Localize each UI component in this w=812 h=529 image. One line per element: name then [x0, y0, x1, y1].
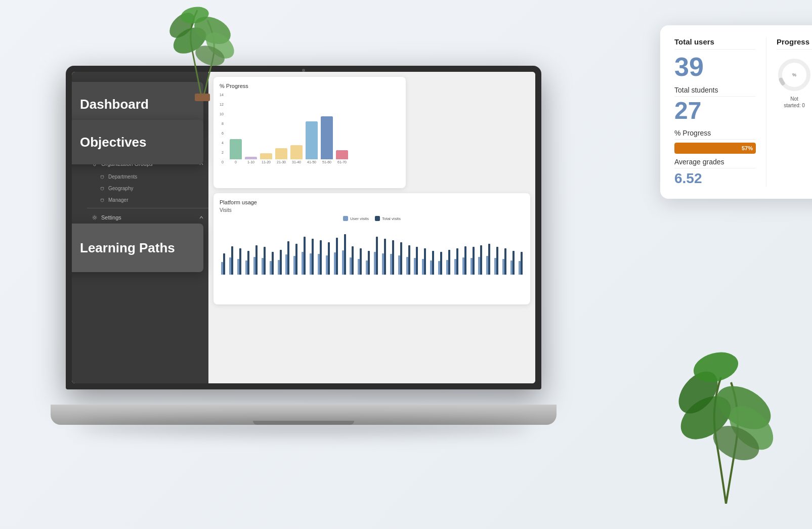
bar-x-label: 11-20	[262, 160, 271, 164]
visit-bar-total	[255, 245, 258, 275]
settings-icon	[92, 215, 97, 220]
progress-title: Progress	[777, 37, 812, 50]
svg-point-34	[101, 187, 104, 190]
progress-bar-fill: 57%	[674, 143, 756, 154]
bar-x-label: 21-30	[277, 160, 286, 164]
visit-bar-group	[316, 234, 324, 275]
chart-legend: User visits Total visits	[220, 216, 524, 221]
bar	[321, 116, 333, 159]
visit-bar-total	[336, 238, 338, 275]
visit-bar-group	[324, 234, 331, 275]
visit-bar-total	[223, 253, 225, 275]
total-students-title: Total students	[674, 86, 756, 97]
visit-bar-pair	[326, 234, 330, 275]
visit-bar-pair	[237, 234, 241, 275]
bar-x-label: 1-10	[247, 160, 254, 164]
visit-bar-group	[252, 234, 260, 275]
visit-bar-group	[485, 234, 492, 275]
visit-bar-group	[420, 234, 428, 275]
plant-decoration-bottom	[650, 327, 802, 504]
bar-group: 0	[230, 139, 242, 164]
visit-bar-group	[468, 234, 476, 275]
visit-bar-group	[260, 234, 267, 275]
laptop: Dashboard	[51, 66, 557, 445]
visit-bar-group	[445, 234, 452, 275]
visit-bar-group	[493, 234, 500, 275]
geo-icon	[100, 187, 104, 191]
visit-bar-total	[456, 248, 458, 275]
laptop-frame: Dashboard	[66, 66, 541, 389]
bar	[275, 148, 287, 159]
stats-grid: Total users 39 Total students 27 % Progr…	[674, 37, 812, 187]
visit-bar-pair	[229, 234, 233, 275]
visit-bar-group	[236, 234, 243, 275]
visit-bar-group	[412, 234, 420, 275]
submenu-manager[interactable]: Manager	[87, 194, 208, 206]
bar-x-label: 41-50	[307, 160, 316, 164]
visit-bar-total	[392, 240, 394, 275]
visit-bar-total	[432, 251, 434, 275]
visit-bar-pair	[358, 234, 362, 275]
visit-bar-group	[284, 234, 291, 275]
y-axis: 14 12 10 8 6 4 2 0	[220, 93, 225, 164]
laptop-screen: Dashboard	[72, 72, 535, 383]
visit-bar-group	[244, 234, 251, 275]
visit-bar-pair	[366, 234, 370, 275]
visit-bar-group	[452, 234, 460, 275]
visit-bar-user	[471, 258, 473, 275]
donuts-row: % Notstarted: 0 66.7 Inprogress:26	[777, 54, 812, 112]
svg-point-40	[94, 216, 96, 218]
sidebar-item-objectives[interactable]: Objectives	[72, 120, 203, 164]
visit-bar-total	[384, 239, 386, 275]
visit-bar-pair	[446, 234, 450, 275]
visits-label: Visits	[220, 207, 524, 213]
total-visits-dot	[375, 216, 380, 221]
submenu-departments[interactable]: Departments	[87, 171, 208, 183]
bar-chart: 14 12 10 8 6 4 2 0 01-1011-2021-3031-404…	[220, 93, 400, 164]
bar	[306, 121, 318, 159]
settings-label: Settings	[101, 214, 121, 221]
visit-bar-pair	[278, 234, 282, 275]
visit-bar-pair	[478, 234, 482, 275]
dashboard-label: Dashboard	[80, 97, 149, 112]
visit-bar-pair	[390, 234, 394, 275]
visit-bar-total	[231, 246, 233, 275]
visit-bar-user	[342, 250, 344, 275]
visit-bar-total	[344, 234, 346, 275]
bar	[260, 153, 272, 159]
visit-bar-pair	[253, 234, 258, 275]
progress-percent-text: 57%	[742, 145, 753, 151]
total-users-title: Total users	[674, 37, 756, 50]
visit-bar-group	[388, 234, 396, 275]
visit-bar-pair	[494, 234, 498, 275]
visit-bar-group	[340, 234, 348, 275]
legend-user-visits: User visits	[343, 216, 369, 221]
visit-bar-pair	[221, 234, 225, 275]
settings-item[interactable]: Settings	[87, 210, 208, 225]
bar	[290, 145, 303, 159]
sidebar-item-learning-paths[interactable]: Learning Paths	[72, 224, 203, 272]
visit-bar-total	[400, 242, 402, 275]
visit-bar-pair	[245, 234, 249, 275]
avg-grades-value: 6.52	[674, 170, 756, 187]
visit-bar-pair	[422, 234, 426, 275]
visit-bar-total	[464, 246, 466, 275]
visit-bar-total	[448, 250, 450, 275]
visit-bar-total	[304, 237, 306, 275]
donut-not-started: % Notstarted: 0	[777, 57, 812, 109]
visit-bar-pair	[462, 234, 466, 275]
submenu-geography[interactable]: Geography	[87, 183, 208, 194]
visit-bar-total	[496, 247, 498, 275]
geography-label: Geography	[108, 186, 133, 191]
visit-bar-group	[477, 234, 484, 275]
visit-bar-total	[512, 251, 515, 275]
main-content: % Progress 14 12 10 8 6 4 2 0	[208, 72, 535, 383]
visit-bar-group	[364, 234, 372, 275]
visit-bar-group	[517, 234, 524, 275]
stats-card: Total users 39 Total students 27 % Progr…	[660, 25, 812, 199]
visit-bar-group	[501, 234, 508, 275]
visit-bar-total	[247, 251, 249, 275]
donut-label-1: Notstarted: 0	[784, 96, 805, 109]
visit-bar-total	[360, 248, 362, 275]
visit-bar-total	[424, 248, 426, 275]
